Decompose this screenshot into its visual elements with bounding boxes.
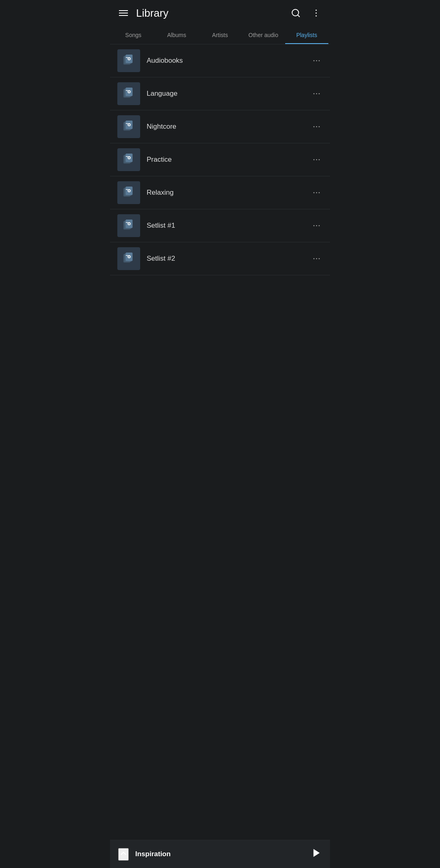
dots-icon — [312, 89, 321, 98]
svg-point-38 — [313, 159, 315, 160]
overflow-menu-button[interactable] — [310, 7, 323, 20]
chevron-up-icon — [119, 849, 128, 858]
playlist-more-button[interactable] — [310, 86, 323, 101]
svg-point-36 — [128, 157, 130, 158]
tab-songs[interactable]: Songs — [112, 26, 155, 44]
playlist-name: Setlist #1 — [147, 222, 310, 230]
list-item[interactable]: Audiobooks — [110, 44, 330, 77]
svg-point-3 — [316, 13, 317, 14]
playlist-thumbnail — [117, 148, 140, 171]
svg-point-57 — [316, 225, 317, 226]
svg-point-49 — [319, 192, 320, 193]
svg-point-48 — [316, 192, 317, 193]
list-item[interactable]: Relaxing — [110, 176, 330, 209]
svg-point-2 — [316, 10, 317, 11]
playlist-icon — [123, 88, 135, 100]
dots-icon — [312, 221, 321, 230]
svg-rect-19 — [126, 90, 128, 91]
svg-point-45 — [128, 190, 130, 191]
list-item[interactable]: Practice — [110, 143, 330, 176]
svg-rect-37 — [126, 156, 128, 157]
dots-icon — [312, 122, 321, 131]
playlist-more-button[interactable] — [310, 53, 323, 68]
vertical-dots-icon — [311, 8, 321, 18]
list-item[interactable]: Nightcore — [110, 110, 330, 143]
playlist-name: Audiobooks — [147, 57, 310, 65]
svg-line-1 — [298, 15, 299, 17]
dots-icon — [312, 155, 321, 164]
search-button[interactable] — [289, 7, 302, 20]
hamburger-icon — [119, 10, 128, 16]
playlist-thumbnail — [117, 214, 140, 237]
header-actions — [289, 7, 323, 20]
playlist-icon — [123, 154, 135, 166]
playlist-more-button[interactable] — [310, 185, 323, 200]
svg-rect-28 — [126, 123, 128, 124]
svg-rect-46 — [126, 189, 128, 190]
playlist-list: Audiobooks Language — [110, 44, 330, 275]
playlist-name: Relaxing — [147, 189, 310, 197]
playlist-name: Practice — [147, 156, 310, 164]
svg-point-27 — [128, 124, 130, 125]
playlist-more-button[interactable] — [310, 218, 323, 233]
playlist-icon — [123, 220, 135, 232]
list-item[interactable]: Language — [110, 77, 330, 110]
svg-point-54 — [128, 223, 130, 224]
dots-icon — [312, 188, 321, 197]
playlist-thumbnail — [117, 247, 140, 270]
now-playing-title: Inspiration — [135, 850, 311, 858]
svg-point-9 — [128, 58, 130, 59]
svg-point-29 — [313, 126, 315, 127]
svg-point-13 — [319, 60, 320, 62]
now-playing-bar[interactable]: Inspiration — [110, 840, 330, 868]
app-header: Library — [110, 0, 330, 26]
svg-point-22 — [319, 93, 320, 94]
playlist-name: Nightcore — [147, 123, 310, 131]
playlist-name: Language — [147, 90, 310, 98]
search-icon — [291, 8, 301, 18]
svg-point-21 — [316, 93, 317, 94]
svg-point-31 — [319, 126, 320, 127]
svg-point-4 — [316, 15, 317, 17]
list-item[interactable]: Setlist #1 — [110, 209, 330, 242]
playlist-name: Setlist #2 — [147, 255, 310, 263]
svg-rect-55 — [126, 222, 128, 223]
play-icon — [311, 848, 322, 858]
menu-button[interactable] — [117, 9, 130, 18]
svg-rect-64 — [126, 255, 128, 256]
playlist-thumbnail — [117, 181, 140, 204]
tab-playlists[interactable]: Playlists — [285, 26, 328, 44]
svg-point-56 — [313, 225, 315, 226]
svg-point-39 — [316, 159, 317, 160]
playlist-more-button[interactable] — [310, 251, 323, 266]
svg-point-63 — [128, 256, 130, 257]
tab-albums[interactable]: Albums — [155, 26, 198, 44]
svg-point-65 — [313, 258, 315, 259]
svg-rect-10 — [126, 57, 128, 58]
svg-marker-68 — [313, 849, 319, 857]
svg-point-11 — [313, 60, 315, 62]
playlist-more-button[interactable] — [310, 152, 323, 167]
playlist-icon — [123, 187, 135, 199]
playlist-thumbnail — [117, 82, 140, 105]
playlist-icon — [123, 121, 135, 133]
page-title: Library — [136, 7, 289, 20]
playlist-more-button[interactable] — [310, 119, 323, 134]
svg-point-47 — [313, 192, 315, 193]
svg-point-30 — [316, 126, 317, 127]
expand-button[interactable] — [118, 848, 129, 861]
playlist-thumbnail — [117, 49, 140, 72]
svg-point-18 — [128, 91, 130, 92]
svg-point-40 — [319, 159, 320, 160]
tab-artists[interactable]: Artists — [198, 26, 242, 44]
playlist-icon — [123, 55, 135, 67]
svg-point-20 — [313, 93, 315, 94]
svg-point-66 — [316, 258, 317, 259]
list-item[interactable]: Setlist #2 — [110, 242, 330, 275]
tab-other-audio[interactable]: Other audio — [242, 26, 285, 44]
dots-icon — [312, 56, 321, 65]
tabs-bar: Songs Albums Artists Other audio Playlis… — [110, 26, 330, 44]
playlist-thumbnail — [117, 115, 140, 138]
play-button[interactable] — [311, 848, 322, 861]
dots-icon — [312, 254, 321, 263]
